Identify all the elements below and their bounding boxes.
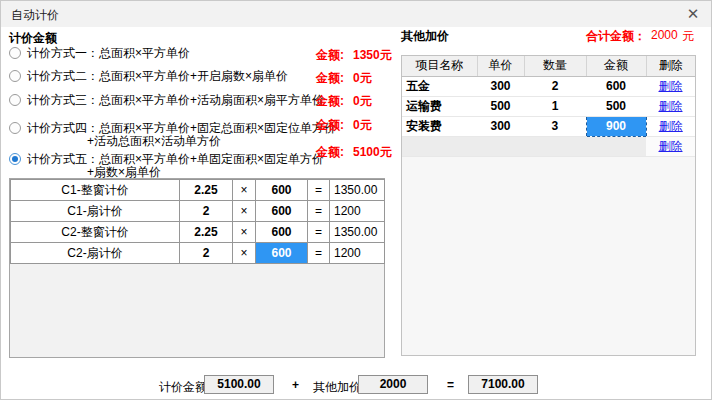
- surcharge-total-label: 合计金额：: [586, 28, 646, 45]
- pricing-detail-table: C1-整窗计价 2.25 × 600 = 1350.00 C1-扇计价 2 × …: [10, 179, 385, 264]
- summary-surcharge-label: 其他加价: [313, 379, 361, 396]
- option-label: 计价方式二：总面积×平方单价+开启扇数×扇单价: [27, 69, 288, 83]
- price-cell[interactable]: 600: [256, 180, 308, 201]
- titlebar: 自动计价 ✕: [1, 1, 711, 27]
- equals-sign: =: [308, 243, 330, 264]
- pricing-option-1[interactable]: 计价方式一：总面积×平方单价: [9, 47, 190, 59]
- amount-label: 金额:: [316, 48, 344, 62]
- qty-cell[interactable]: 2: [180, 201, 233, 222]
- option-3-amount: 金额: 0元: [316, 93, 344, 110]
- equals-sign: =: [447, 378, 454, 392]
- amount-cell[interactable]: 600: [586, 76, 646, 96]
- item-name-cell[interactable]: 运输费: [402, 96, 477, 116]
- option-label-line2: +扇数×扇单价: [87, 166, 324, 178]
- qty-cell[interactable]: 2.25: [180, 180, 233, 201]
- quantity-cell[interactable]: 2: [524, 76, 586, 96]
- item-name-cell[interactable]: 安装费: [402, 116, 477, 136]
- table-row: 运输费 500 1 500 删除: [402, 96, 695, 116]
- radio-icon[interactable]: [9, 70, 21, 82]
- row-name-cell: C1-扇计价: [11, 201, 180, 222]
- row-name-cell: C2-扇计价: [11, 243, 180, 264]
- row-name-cell: C1-整窗计价: [11, 180, 180, 201]
- window-title: 自动计价: [11, 7, 59, 24]
- result-cell: 1350.00: [330, 222, 385, 243]
- radio-icon[interactable]: [9, 47, 21, 59]
- table-row: C1-整窗计价 2.25 × 600 = 1350.00: [11, 180, 385, 201]
- amount-value: 0元: [353, 93, 372, 110]
- item-name-cell[interactable]: 五金: [402, 76, 477, 96]
- pricing-option-4[interactable]: 计价方式四：总面积×平方单价+固定总面积×固定位单方价 +活动总面积×活动单方价: [9, 122, 336, 147]
- option-label: 计价方式四：总面积×平方单价+固定总面积×固定位单方价: [27, 121, 336, 135]
- option-5-amount: 金额: 5100元: [316, 144, 344, 161]
- table-row: 五金 300 2 600 删除: [402, 76, 695, 96]
- option-label-line2: +活动总面积×活动单方价: [87, 135, 336, 147]
- table-row: C2-整窗计价 2.25 × 600 = 1350.00: [11, 222, 385, 243]
- option-label: 计价方式五：总面积×平方单价+单固定面积×固定单方价: [27, 152, 324, 166]
- result-cell: 1200: [330, 201, 385, 222]
- table-row-empty: 删除: [402, 136, 695, 156]
- row-name-cell: C2-整窗计价: [11, 222, 180, 243]
- summary-surcharge-box[interactable]: 2000: [358, 375, 428, 394]
- quantity-cell[interactable]: [524, 136, 586, 156]
- amount-value: 5100元: [353, 144, 392, 161]
- amount-value: 0元: [353, 117, 372, 134]
- table-row: C1-扇计价 2 × 600 = 1200: [11, 201, 385, 222]
- price-cell-selected[interactable]: 600: [256, 243, 308, 264]
- quantity-cell[interactable]: 3: [524, 116, 586, 136]
- multiply-sign: ×: [233, 243, 256, 264]
- delete-link[interactable]: 删除: [659, 119, 683, 133]
- amount-label: 金额:: [316, 94, 344, 108]
- price-cell[interactable]: 600: [256, 201, 308, 222]
- unit-price-cell[interactable]: 300: [477, 76, 524, 96]
- amount-label: 金额:: [316, 118, 344, 132]
- table-row: 安装费 300 3 900 删除: [402, 116, 695, 136]
- qty-cell[interactable]: 2.25: [180, 222, 233, 243]
- auto-pricing-dialog: 自动计价 ✕ 计价金额 计价方式一：总面积×平方单价 金额: 1350元 计价方…: [0, 0, 712, 400]
- unit-price-cell[interactable]: 500: [477, 96, 524, 116]
- unit-price-cell[interactable]: [477, 136, 524, 156]
- plus-sign: +: [292, 378, 299, 392]
- amount-value: 1350元: [353, 47, 392, 64]
- amount-label: 金额:: [316, 71, 344, 85]
- item-name-cell[interactable]: [402, 136, 477, 156]
- quantity-cell[interactable]: 1: [524, 96, 586, 116]
- result-cell: 1350.00: [330, 180, 385, 201]
- radio-icon[interactable]: [9, 122, 21, 134]
- summary-pricing-box[interactable]: 5100.00: [204, 375, 274, 394]
- amount-value: 0元: [353, 70, 372, 87]
- surcharge-section-title: 其他加价: [401, 28, 449, 45]
- header-unit-price: 单价: [477, 56, 524, 76]
- surcharge-table: 项目名称 单价 数量 金额 删除 五金 300 2 600 删除 运输费 500…: [402, 56, 695, 157]
- surcharge-grid: 项目名称 单价 数量 金额 删除 五金 300 2 600 删除 运输费 500…: [401, 55, 696, 356]
- header-amount: 金额: [586, 56, 646, 76]
- option-label: 计价方式三：总面积×平方单价+活动扇面积×扇平方单价: [27, 93, 324, 107]
- delete-link[interactable]: 删除: [659, 99, 683, 113]
- header-quantity: 数量: [524, 56, 586, 76]
- delete-link[interactable]: 删除: [659, 79, 683, 93]
- radio-icon[interactable]: [9, 94, 21, 106]
- surcharge-total-unit: 元: [682, 28, 694, 45]
- pricing-option-2[interactable]: 计价方式二：总面积×平方单价+开启扇数×扇单价: [9, 70, 288, 82]
- multiply-sign: ×: [233, 201, 256, 222]
- table-header-row: 项目名称 单价 数量 金额 删除: [402, 56, 695, 76]
- price-cell[interactable]: 600: [256, 222, 308, 243]
- pricing-option-3[interactable]: 计价方式三：总面积×平方单价+活动扇面积×扇平方单价: [9, 94, 324, 106]
- close-icon[interactable]: ✕: [683, 4, 703, 24]
- amount-cell[interactable]: [586, 136, 646, 156]
- surcharge-total-value: 2000: [651, 28, 678, 42]
- amount-cell-selected[interactable]: 900: [586, 116, 646, 136]
- qty-cell[interactable]: 2: [180, 243, 233, 264]
- header-item-name: 项目名称: [402, 56, 477, 76]
- option-2-amount: 金额: 0元: [316, 70, 344, 87]
- radio-selected-icon[interactable]: [9, 153, 21, 165]
- unit-price-cell[interactable]: 300: [477, 116, 524, 136]
- pricing-section-title: 计价金额: [9, 30, 57, 47]
- summary-total-box[interactable]: 7100.00: [468, 375, 538, 394]
- amount-cell[interactable]: 500: [586, 96, 646, 116]
- equals-sign: =: [308, 180, 330, 201]
- equals-sign: =: [308, 222, 330, 243]
- pricing-option-5[interactable]: 计价方式五：总面积×平方单价+单固定面积×固定单方价 +扇数×扇单价: [9, 153, 324, 178]
- delete-link[interactable]: 删除: [659, 139, 683, 153]
- option-4-amount: 金额: 0元: [316, 117, 344, 134]
- summary-pricing-label: 计价金额: [159, 379, 207, 396]
